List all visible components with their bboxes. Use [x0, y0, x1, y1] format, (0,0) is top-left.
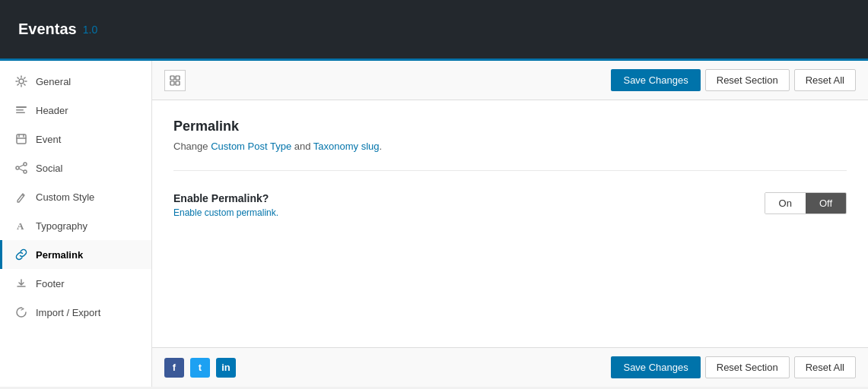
app-version: 1.0 — [83, 24, 97, 36]
save-changes-top-button[interactable]: Save Changes — [611, 69, 700, 91]
sidebar-item-typography-label: Typography — [36, 220, 87, 232]
section-title: Permalink — [173, 119, 847, 134]
sidebar-item-custom-style[interactable]: Custom Style — [0, 182, 151, 211]
svg-rect-9 — [170, 76, 174, 80]
typography-icon: A — [14, 219, 28, 232]
sidebar-item-social-label: Social — [36, 163, 62, 174]
header-icon — [14, 103, 28, 117]
svg-rect-12 — [176, 81, 180, 85]
enable-permalink-label: Enable Permalink? — [173, 192, 734, 204]
app-title: Eventas — [18, 21, 77, 38]
svg-point-6 — [24, 163, 27, 166]
action-bar-top: Save Changes Reset Section Reset All — [152, 61, 868, 100]
sidebar-item-event-label: Event — [36, 134, 61, 145]
sidebar-item-import-export-label: Import / Export — [36, 307, 100, 318]
reset-all-top-button[interactable]: Reset All — [794, 69, 856, 91]
svg-rect-3 — [16, 112, 25, 114]
reset-section-bottom-button[interactable]: Reset Section — [705, 356, 790, 378]
enable-permalink-sublabel: Enable custom permalink. — [173, 207, 734, 218]
linkedin-icon[interactable]: in — [216, 358, 236, 378]
social-icons-group: f t in — [164, 358, 236, 378]
sidebar-item-general-label: General — [36, 76, 71, 87]
sidebar-item-general[interactable]: General — [0, 67, 151, 96]
sidebar-item-permalink-label: Permalink — [36, 249, 83, 261]
svg-rect-10 — [176, 76, 180, 80]
section-divider — [173, 170, 847, 171]
event-icon — [14, 132, 28, 146]
svg-point-0 — [19, 79, 24, 84]
sidebar-item-social[interactable]: Social — [0, 153, 151, 182]
svg-rect-11 — [170, 81, 174, 85]
permalink-icon — [14, 248, 28, 261]
svg-text:A: A — [17, 220, 24, 232]
toggle-on-button[interactable]: On — [765, 193, 806, 213]
save-changes-bottom-button[interactable]: Save Changes — [611, 356, 700, 378]
custom-post-type-link[interactable]: Custom Post Type — [211, 141, 291, 152]
action-bar-bottom-right: Save Changes Reset Section Reset All — [611, 356, 856, 378]
taxonomy-slug-link[interactable]: Taxonomy slug — [313, 141, 380, 152]
layout: General Header Event Social Custom Style — [0, 61, 868, 387]
sidebar-item-typography[interactable]: A Typography — [0, 211, 151, 240]
sidebar-item-header-label: Header — [36, 105, 68, 116]
sidebar-item-event[interactable]: Event — [0, 125, 151, 153]
custom-style-icon — [14, 190, 28, 204]
twitter-icon[interactable]: t — [190, 358, 210, 378]
general-icon — [14, 74, 28, 88]
svg-point-5 — [16, 166, 19, 169]
import-export-icon — [14, 305, 28, 319]
action-bar-bottom: f t in Save Changes Reset Section Reset … — [152, 347, 868, 387]
action-bar-left — [164, 70, 186, 91]
footer-icon — [14, 277, 28, 290]
action-bar-top-right: Save Changes Reset Section Reset All — [611, 69, 856, 91]
sidebar-item-footer[interactable]: Footer — [0, 269, 151, 298]
reset-all-bottom-button[interactable]: Reset All — [794, 356, 856, 378]
toggle-off-button[interactable]: Off — [806, 193, 846, 213]
facebook-icon[interactable]: f — [164, 358, 184, 378]
section-desc-pre: Change — [173, 141, 211, 152]
svg-rect-2 — [16, 109, 24, 111]
sidebar-item-custom-style-label: Custom Style — [36, 191, 94, 203]
social-nav-icon — [14, 161, 28, 175]
section-desc-post: . — [380, 141, 383, 152]
svg-point-7 — [24, 170, 27, 173]
sidebar-item-permalink[interactable]: Permalink — [0, 240, 151, 269]
sidebar-item-footer-label: Footer — [36, 278, 65, 289]
svg-rect-1 — [16, 106, 27, 108]
main-content: Save Changes Reset Section Reset All Per… — [152, 61, 868, 387]
svg-rect-4 — [17, 134, 26, 144]
sidebar-item-header[interactable]: Header — [0, 96, 151, 125]
reset-section-top-button[interactable]: Reset Section — [705, 69, 790, 91]
enable-permalink-control: On Off — [765, 192, 847, 214]
section-description: Change Custom Post Type and Taxonomy slu… — [173, 141, 847, 152]
grid-icon — [164, 70, 186, 91]
enable-permalink-label-group: Enable Permalink? Enable custom permalin… — [173, 192, 734, 218]
content-area: Permalink Change Custom Post Type and Ta… — [152, 100, 868, 347]
topbar: Eventas 1.0 — [0, 0, 868, 61]
section-desc-mid: and — [291, 141, 313, 152]
sidebar: General Header Event Social Custom Style — [0, 61, 152, 387]
permalink-toggle[interactable]: On Off — [765, 192, 847, 214]
enable-permalink-row: Enable Permalink? Enable custom permalin… — [173, 186, 847, 224]
sidebar-item-import-export[interactable]: Import / Export — [0, 298, 151, 327]
